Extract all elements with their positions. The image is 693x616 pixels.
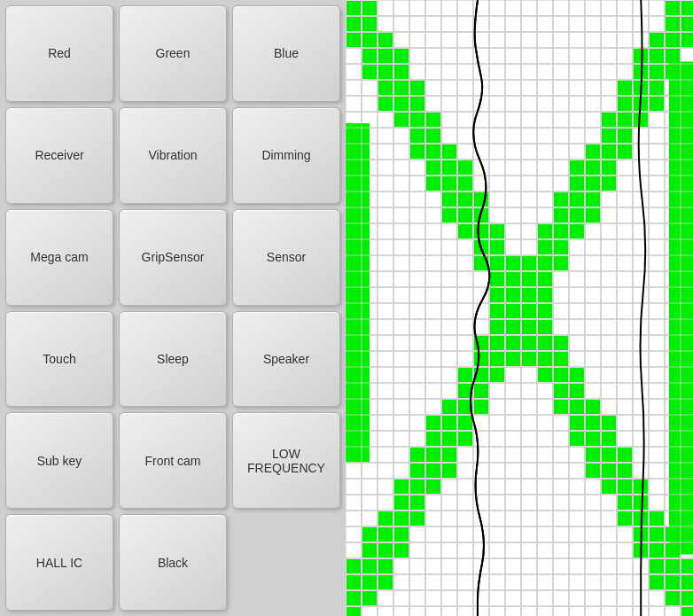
grid-button-touch[interactable]: Touch: [5, 311, 113, 408]
grid-button-sub-key[interactable]: Sub key: [5, 412, 113, 509]
grid-button-hall-ic[interactable]: HALL IC: [5, 514, 113, 611]
grid-button-sensor[interactable]: Sensor: [232, 209, 340, 306]
grid-button-front-cam[interactable]: Front cam: [119, 412, 227, 509]
button-grid: RedGreenBlueReceiverVibrationDimmingMega…: [0, 0, 346, 616]
grid-button-mega-cam[interactable]: Mega cam: [5, 209, 113, 306]
grid-button-black[interactable]: Black: [119, 514, 227, 611]
grid-button-red[interactable]: Red: [5, 5, 113, 102]
grid-button-speaker[interactable]: Speaker: [232, 311, 340, 408]
grid-button-gripsensor[interactable]: GripSensor: [119, 209, 227, 306]
grid-button-receiver[interactable]: Receiver: [5, 107, 113, 204]
grid-button-green[interactable]: Green: [119, 5, 227, 102]
grid-button-low-frequency[interactable]: LOW FREQUENCY: [232, 412, 340, 509]
grid-button-sleep[interactable]: Sleep: [119, 311, 227, 408]
chart-canvas: [346, 0, 693, 616]
grid-button-vibration[interactable]: Vibration: [119, 107, 227, 204]
chart-panel: [346, 0, 693, 616]
grid-button-dimming[interactable]: Dimming: [232, 107, 340, 204]
grid-button-blue[interactable]: Blue: [232, 5, 340, 102]
